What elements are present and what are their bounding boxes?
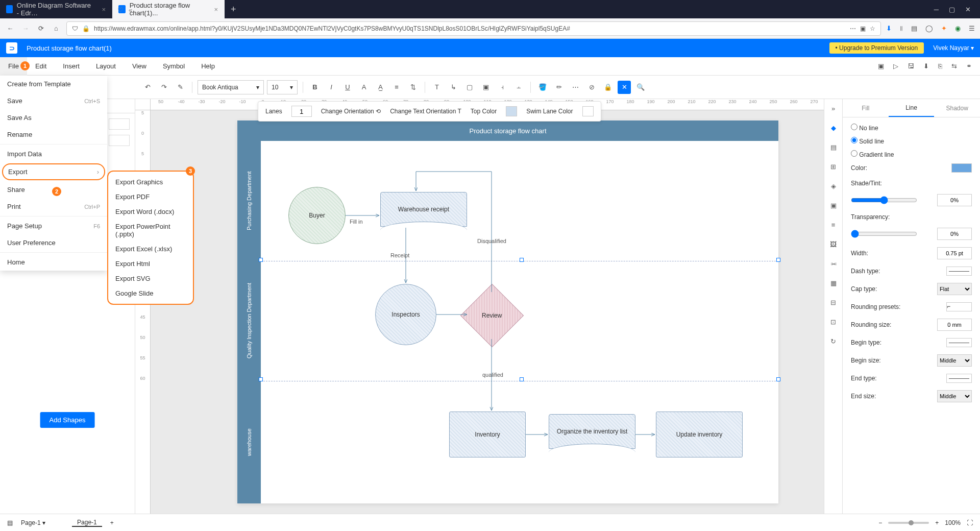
node-buyer[interactable]: Buyer	[288, 187, 346, 244]
page-icon[interactable]: ▤	[828, 142, 839, 152]
align-icon[interactable]: ≡	[390, 81, 403, 94]
tab-fill[interactable]: Fill	[843, 99, 889, 117]
dd-home[interactable]: Home	[0, 254, 107, 271]
lane-header-2[interactable]: Quality Inspection Department	[237, 261, 261, 381]
page-selector[interactable]: Page-1 ▾	[21, 519, 45, 526]
width-value[interactable]	[937, 247, 972, 259]
zoom-out-icon[interactable]: −	[878, 519, 882, 526]
menu-symbol[interactable]: Symbol	[155, 57, 193, 76]
menu-help[interactable]: Help	[193, 57, 223, 76]
shape-thumb[interactable]	[109, 118, 130, 130]
change-text-orientation[interactable]: Change Text Orientation T	[390, 108, 461, 115]
add-shapes-button[interactable]: Add Shapes	[40, 412, 95, 428]
textbox-icon[interactable]: T	[430, 81, 444, 94]
connector-icon[interactable]: ↳	[447, 81, 460, 94]
undo-icon[interactable]: ↶	[141, 81, 154, 94]
upgrade-button[interactable]: • Upgrade to Premium Version	[829, 42, 924, 54]
dd-save-as[interactable]: Save As	[0, 109, 107, 126]
trans-slider[interactable]	[851, 230, 917, 238]
back-icon[interactable]: ←	[5, 23, 15, 34]
new-tab-button[interactable]: +	[225, 4, 242, 15]
zoom-value[interactable]: 100%	[945, 519, 961, 526]
change-orientation[interactable]: Change Orientation ⟲	[321, 108, 381, 115]
menu-insert[interactable]: Insert	[55, 57, 88, 76]
save-icon[interactable]: 🖫	[908, 62, 914, 70]
grid-icon[interactable]: ⊞	[828, 161, 839, 172]
reload-icon[interactable]: ⟳	[36, 23, 46, 34]
more-icon[interactable]: ⋯	[850, 25, 856, 32]
node-update[interactable]: Update inventory	[656, 412, 743, 457]
url-input[interactable]: 🛡 🔒 https://www.edrawmax.com/online/app.…	[66, 21, 881, 36]
addon-icon[interactable]: ▤	[911, 25, 917, 32]
library-icon[interactable]: ⫴	[900, 25, 903, 33]
page-tab[interactable]: Page-1	[72, 519, 102, 527]
doc-title[interactable]: Product storage flow chart(1)	[27, 44, 112, 52]
line-color-icon[interactable]: ✏	[552, 81, 566, 94]
begin-type-select[interactable]	[946, 338, 972, 347]
close-icon[interactable]: ×	[214, 6, 218, 13]
link-icon[interactable]: ⫘	[828, 258, 839, 269]
top-color-swatch[interactable]	[506, 106, 517, 116]
menu-layout[interactable]: Layout	[88, 57, 124, 76]
swimlane-color-swatch[interactable]	[582, 106, 594, 116]
node-inventory[interactable]: Inventory	[449, 412, 526, 457]
diagram-canvas[interactable]: Product storage flow chart Purchasing De…	[237, 120, 778, 503]
group-icon[interactable]: ⊡	[828, 317, 839, 327]
download-icon[interactable]: ⬇	[886, 25, 892, 32]
font-select[interactable]: Book Antiqua▾	[198, 80, 264, 94]
pin-icon[interactable]: «	[129, 6, 132, 14]
import-icon[interactable]: ⎘	[938, 62, 942, 70]
italic-icon[interactable]: I	[325, 81, 338, 94]
radio-no-line[interactable]: No line	[851, 124, 972, 132]
dd-import[interactable]: Import Data	[0, 146, 107, 162]
minimize-icon[interactable]: ─	[934, 6, 939, 13]
image-side-icon[interactable]: 🖼	[828, 239, 839, 249]
node-inspectors[interactable]: Inspectors	[375, 284, 436, 345]
add-page-button[interactable]: +	[110, 519, 114, 526]
dd-user-pref[interactable]: User Preference	[0, 234, 107, 251]
bookmark-star-icon[interactable]: ☆	[870, 25, 875, 32]
color-swatch[interactable]	[951, 163, 972, 173]
style-icon[interactable]: ◆	[828, 123, 839, 133]
forward-icon[interactable]: →	[20, 23, 31, 34]
fill-icon[interactable]: 🪣	[536, 81, 549, 94]
search-icon[interactable]: 🔍	[634, 81, 647, 94]
expand-icon[interactable]: »	[828, 103, 839, 113]
clear-icon[interactable]: ⊘	[585, 81, 598, 94]
lanes-input[interactable]	[291, 106, 312, 117]
fullscreen-icon[interactable]: ⛶	[967, 519, 973, 526]
dash-type-select[interactable]	[946, 267, 972, 276]
underline-icon[interactable]: U	[341, 81, 354, 94]
theme-icon[interactable]: ▣	[828, 200, 839, 210]
shape-thumb[interactable]	[109, 135, 130, 146]
export-pdf[interactable]: Export PDF	[108, 189, 193, 204]
format-painter-icon[interactable]: ✎	[174, 81, 187, 94]
dd-export[interactable]: Export›	[2, 163, 105, 180]
export-gslide[interactable]: Google Slide	[108, 286, 193, 301]
dd-print[interactable]: PrintCtrl+P	[0, 198, 107, 215]
end-size-select[interactable]: Middle	[937, 390, 972, 402]
redo-icon[interactable]: ↷	[157, 81, 170, 94]
ext1-icon[interactable]: ✦	[941, 25, 947, 32]
zoom-slider[interactable]	[888, 522, 929, 524]
align2-icon[interactable]: ⊟	[828, 297, 839, 307]
image-icon[interactable]: ▣	[479, 81, 493, 94]
node-review[interactable]: Review	[460, 284, 524, 347]
layers-icon[interactable]: ◈	[828, 181, 839, 191]
dd-create-template[interactable]: Create from Template	[0, 76, 107, 92]
share-icon[interactable]: ⇆	[951, 62, 957, 70]
zoom-in-icon[interactable]: +	[935, 519, 939, 526]
font-color-icon[interactable]: A	[357, 81, 371, 94]
node-organize[interactable]: Organize the inventory list	[549, 414, 635, 449]
user-menu[interactable]: Vivek Nayyar ▾	[933, 44, 974, 52]
history-icon[interactable]: ↻	[828, 336, 839, 346]
tools-icon[interactable]: ✕	[618, 81, 631, 94]
menu-view[interactable]: View	[124, 57, 155, 76]
app-logo[interactable]: ⊃	[6, 42, 17, 54]
rounding-preset-select[interactable]: ⌐	[946, 302, 972, 311]
shade-slider[interactable]	[851, 196, 917, 204]
arrange-icon[interactable]: ▦	[828, 278, 839, 288]
favorite-icon[interactable]: ♡	[117, 6, 124, 14]
font-size-select[interactable]: 10▾	[267, 80, 298, 94]
menu-icon[interactable]: ☰	[969, 25, 975, 32]
